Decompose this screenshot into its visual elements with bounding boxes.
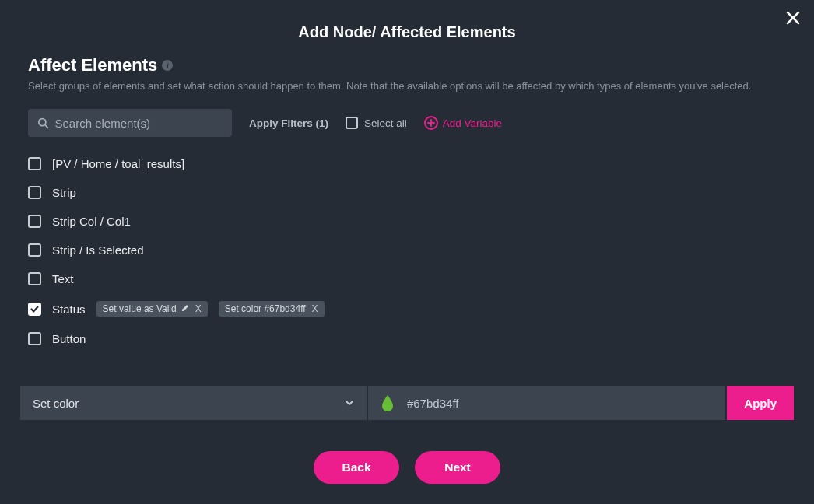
- element-checkbox[interactable]: [28, 186, 41, 199]
- element-label: Text: [52, 272, 74, 285]
- element-checkbox[interactable]: [28, 272, 41, 285]
- apply-button[interactable]: Apply: [727, 386, 794, 420]
- element-checkbox[interactable]: [28, 303, 41, 316]
- element-row: Strip Col / Col1: [28, 215, 786, 228]
- tag-remove-icon[interactable]: X: [195, 303, 202, 314]
- search-icon: [37, 117, 48, 129]
- info-icon[interactable]: i: [162, 60, 173, 71]
- element-row: StatusSet value as ValidXSet color #67bd…: [28, 301, 786, 317]
- search-input[interactable]: [54, 117, 223, 130]
- pencil-icon[interactable]: [181, 303, 189, 314]
- section-title-row: Affect Elements i: [28, 55, 786, 75]
- element-row: Text: [28, 272, 786, 285]
- element-label: [PV / Home / toal_results]: [52, 157, 184, 170]
- modal-title: Add Node/ Affected Elements: [0, 0, 814, 55]
- element-checkbox[interactable]: [28, 215, 41, 228]
- add-variable-button[interactable]: Add Variable: [424, 116, 502, 130]
- element-row: [PV / Home / toal_results]: [28, 157, 786, 170]
- chevron-down-icon: [345, 398, 354, 408]
- apply-filters-button[interactable]: Apply Filters (1): [249, 117, 328, 129]
- select-all-label: Select all: [364, 117, 407, 129]
- checkbox-icon: [346, 117, 358, 129]
- element-checkbox[interactable]: [28, 332, 41, 345]
- add-variable-label: Add Variable: [443, 117, 502, 129]
- next-button[interactable]: Next: [415, 451, 500, 484]
- element-list: [PV / Home / toal_results]StripStrip Col…: [28, 157, 786, 345]
- element-label: Strip: [52, 186, 76, 199]
- element-checkbox[interactable]: [28, 243, 41, 257]
- element-tag: Set color #67bd34ffX: [219, 301, 325, 317]
- element-label: Button: [52, 332, 86, 345]
- search-box[interactable]: [28, 109, 232, 137]
- element-tag: Set value as ValidX: [96, 301, 208, 317]
- nav-row: Back Next: [20, 451, 794, 484]
- action-dropdown[interactable]: Set color: [20, 386, 367, 420]
- close-button[interactable]: [786, 11, 800, 28]
- tag-text: Set value as Valid: [103, 303, 177, 314]
- add-node-modal: Add Node/ Affected Elements Affect Eleme…: [0, 0, 814, 504]
- color-value-text: #67bd34ff: [407, 397, 458, 410]
- action-row: Set color #67bd34ff Apply: [20, 386, 794, 420]
- back-button[interactable]: Back: [314, 451, 399, 484]
- droplet-icon: [381, 394, 395, 411]
- element-label: Strip / Is Selected: [52, 243, 144, 257]
- element-row: Strip: [28, 186, 786, 199]
- tag-text: Set color #67bd34ff: [225, 303, 306, 314]
- tag-remove-icon[interactable]: X: [312, 303, 318, 314]
- element-row: Strip / Is Selected: [28, 243, 786, 257]
- element-label: Strip Col / Col1: [52, 215, 131, 228]
- element-checkbox[interactable]: [28, 157, 41, 170]
- element-row: Button: [28, 332, 786, 345]
- select-all-checkbox[interactable]: Select all: [346, 117, 407, 129]
- filter-row: Apply Filters (1) Select all Add Variabl…: [28, 109, 786, 137]
- element-label: Status: [52, 303, 86, 316]
- dropdown-value: Set color: [33, 397, 79, 410]
- section-title: Affect Elements: [28, 55, 157, 75]
- plus-circle-icon: [424, 116, 438, 130]
- close-icon: [786, 11, 800, 25]
- color-value-input[interactable]: #67bd34ff: [368, 386, 725, 420]
- bottom-bar: Set color #67bd34ff Apply Back Next: [0, 386, 814, 504]
- section-description: Select groups of elements and set what a…: [28, 80, 786, 92]
